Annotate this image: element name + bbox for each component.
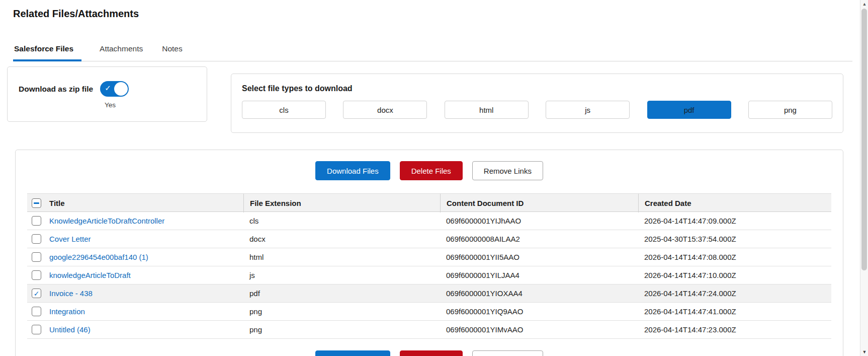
- scroll-up-icon[interactable]: ▲: [860, 0, 868, 8]
- zip-toggle-state: Yes: [105, 101, 207, 109]
- download-files-button[interactable]: Download Files: [315, 161, 390, 180]
- row-checkbox[interactable]: [32, 325, 41, 334]
- filetype-option-cls[interactable]: cls: [242, 101, 326, 119]
- tab-attachments[interactable]: Attachments: [99, 42, 144, 61]
- table-row: ✓Invoice - 438pdf069f6000001YIOXAA42026-…: [27, 284, 831, 303]
- row-checkbox[interactable]: [32, 270, 41, 280]
- file-title-link[interactable]: Cover Letter: [49, 235, 91, 243]
- actions-row-bottom: Download Files Delete Files Remove Links: [16, 350, 843, 356]
- filetype-option-docx[interactable]: docx: [343, 101, 427, 119]
- filetype-option-pdf[interactable]: pdf: [647, 101, 731, 119]
- table-row: KnowledgeArticleToDraftControllercls069f…: [27, 212, 831, 230]
- filetype-option-js[interactable]: js: [546, 101, 630, 119]
- content-document-id-cell: 069f6000001YIOXAA4: [440, 289, 638, 298]
- toggle-knob: [114, 82, 128, 96]
- header-title: Title: [27, 194, 243, 212]
- vertical-scrollbar[interactable]: ▲ ▼: [860, 0, 868, 356]
- zip-card: Download as zip file ✓ Yes: [7, 66, 207, 122]
- table-row: Integrationpng069f6000001YIQ9AAO2026-04-…: [27, 303, 831, 321]
- file-extension-cell: js: [243, 271, 440, 279]
- file-extension-cell: docx: [243, 235, 440, 243]
- scroll-down-icon[interactable]: ▼: [860, 348, 868, 356]
- filetype-option-html[interactable]: html: [445, 101, 529, 119]
- tab-salesforce-files[interactable]: Salesforce Files: [13, 42, 81, 61]
- delete-files-button-bottom[interactable]: Delete Files: [400, 350, 463, 356]
- file-extension-cell: png: [243, 325, 440, 334]
- table-row: knowledgeArticleToDraftjs069f6000001YILJ…: [27, 266, 831, 284]
- zip-toggle[interactable]: ✓: [100, 81, 129, 97]
- file-extension-cell: cls: [243, 217, 440, 225]
- files-card: Download Files Delete Files Remove Links…: [15, 150, 843, 356]
- filetype-card: Select file types to download clsdocxhtm…: [231, 74, 843, 133]
- remove-links-button[interactable]: Remove Links: [472, 161, 543, 180]
- table-row: google2296454e00baf140 (1)html069f600000…: [27, 248, 831, 266]
- header-created-date: Created Date: [638, 194, 831, 212]
- file-title-link[interactable]: Invoice - 438: [49, 289, 93, 298]
- created-date-cell: 2025-04-30T15:37:54.000Z: [638, 235, 831, 243]
- row-checkbox[interactable]: [32, 216, 41, 226]
- remove-links-button-bottom[interactable]: Remove Links: [472, 350, 543, 356]
- created-date-cell: 2026-04-14T14:47:10.000Z: [638, 271, 831, 279]
- row-checkbox[interactable]: [32, 234, 41, 244]
- select-all-checkbox[interactable]: [32, 198, 41, 208]
- file-title-link[interactable]: KnowledgeArticleToDraftController: [49, 217, 164, 225]
- filetype-options: clsdocxhtmljspdfpng: [242, 101, 832, 119]
- header-file-extension: File Extension: [243, 194, 440, 212]
- file-extension-cell: html: [243, 253, 440, 261]
- header-content-document-id: Content Document ID: [440, 194, 638, 212]
- tab-bar: Salesforce Files Attachments Notes: [13, 42, 852, 61]
- content-document-id-cell: 069f6000001YIMvAAO: [440, 325, 638, 334]
- filetype-option-png[interactable]: png: [748, 101, 832, 119]
- zip-toggle-label: Download as zip file: [19, 85, 93, 94]
- content-document-id-cell: 069f6000001YILJAA4: [440, 271, 638, 279]
- tab-notes[interactable]: Notes: [161, 42, 184, 61]
- row-checkbox[interactable]: ✓: [32, 289, 41, 298]
- file-title-link[interactable]: google2296454e00baf140 (1): [49, 253, 148, 261]
- table-row: Untitled (46)png069f6000001YIMvAAO2026-0…: [27, 321, 831, 339]
- download-files-button-bottom[interactable]: Download Files: [315, 350, 390, 356]
- content-document-id-cell: 069f6000001YIQ9AAO: [440, 307, 638, 316]
- files-table: Title File Extension Content Document ID…: [27, 193, 831, 339]
- page-title: Related Files/Attachments: [13, 8, 139, 20]
- content-document-id-cell: 069f60000008AILAA2: [440, 235, 638, 243]
- file-title-link[interactable]: Untitled (46): [49, 325, 91, 334]
- scrollbar-thumb[interactable]: [861, 9, 867, 270]
- table-body: KnowledgeArticleToDraftControllercls069f…: [27, 212, 831, 339]
- row-checkbox[interactable]: [32, 307, 41, 316]
- actions-row-top: Download Files Delete Files Remove Links: [16, 161, 843, 180]
- created-date-cell: 2026-04-14T14:47:24.000Z: [638, 289, 831, 298]
- content-document-id-cell: 069f6000001YIJhAAO: [440, 217, 638, 225]
- file-extension-cell: pdf: [243, 289, 440, 298]
- created-date-cell: 2026-04-14T14:47:08.000Z: [638, 253, 831, 261]
- filetype-heading: Select file types to download: [242, 84, 832, 93]
- created-date-cell: 2026-04-14T14:47:09.000Z: [638, 217, 831, 225]
- content-document-id-cell: 069f6000001YII5AAO: [440, 253, 638, 261]
- table-header-row: Title File Extension Content Document ID…: [27, 193, 831, 212]
- page: Related Files/Attachments Salesforce Fil…: [0, 0, 868, 356]
- created-date-cell: 2026-04-14T14:47:41.000Z: [638, 307, 831, 316]
- file-extension-cell: png: [243, 307, 440, 316]
- column-label-title: Title: [49, 199, 65, 207]
- delete-files-button[interactable]: Delete Files: [400, 161, 463, 180]
- file-title-link[interactable]: Integration: [49, 307, 85, 316]
- table-row: Cover Letterdocx069f60000008AILAA22025-0…: [27, 230, 831, 248]
- row-checkbox[interactable]: [32, 252, 41, 262]
- file-title-link[interactable]: knowledgeArticleToDraft: [49, 271, 131, 279]
- check-icon: ✓: [105, 84, 111, 93]
- created-date-cell: 2026-04-14T14:47:23.000Z: [638, 325, 831, 334]
